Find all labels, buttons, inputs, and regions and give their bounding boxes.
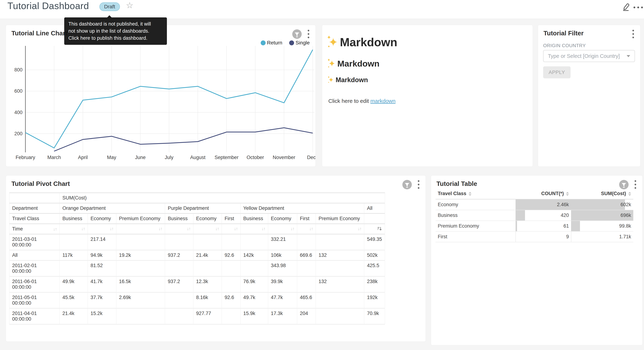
pivot-value-cell: 669.6 [297, 250, 316, 260]
sort-icon[interactable]: ↓↑ [358, 226, 361, 231]
pivot-sort-cell-active[interactable] [364, 224, 385, 234]
status-badge[interactable]: Draft [100, 2, 120, 11]
pivot-sort-cell[interactable]: ↓↑ [268, 224, 297, 234]
pivot-corner-cell [10, 193, 60, 203]
sparkles-icon: ✦ [328, 58, 336, 68]
svg-text:August: August [190, 155, 206, 160]
pivot-value-cell [222, 308, 240, 324]
pivot-value-cell [222, 234, 240, 250]
sort-icon[interactable]: ↓↑ [81, 226, 85, 231]
pivot-time-value: 2011-03-01 00:00:00 [10, 234, 60, 250]
sort-icon[interactable]: ↓↑ [262, 226, 265, 231]
pivot-value-cell: 81.52 [88, 260, 116, 276]
sort-icon[interactable]: ↓↑ [158, 226, 162, 231]
sort-carets-icon[interactable] [566, 192, 569, 196]
pivot-value-cell [316, 308, 364, 324]
count-cell: 9 [516, 232, 571, 242]
pivot-time-value: 2011-06-01 00:00:00 [10, 276, 60, 292]
sort-icon[interactable]: ↓↑ [110, 226, 114, 231]
filter-badge-icon[interactable] [402, 180, 412, 190]
travel-class-cell: First [436, 232, 516, 242]
pivot-subcolumn-header: First [297, 214, 316, 224]
apply-button[interactable]: APPLY [543, 66, 570, 78]
pivot-row: 2011-04-01 00:00:0021.4k15.2k927.7715.9k… [10, 308, 385, 324]
chart-kebab-menu-icon[interactable] [634, 180, 637, 190]
pivot-value-cell [165, 308, 194, 324]
pivot-value-cell: 21.4k [194, 250, 222, 260]
pivot-group-header: All [364, 203, 385, 214]
edit-pencil-icon[interactable] [622, 2, 630, 11]
line-chart-card: Tutorial Line Chart ReturnSingle 2004006… [6, 25, 316, 167]
sort-descending-icon[interactable] [377, 226, 382, 231]
pivot-sort-cell[interactable]: ↓↑ [316, 224, 364, 234]
pivot-value-cell: 142k [240, 250, 268, 260]
pivot-department-label: Department [10, 203, 60, 214]
filter-badge-icon[interactable] [619, 180, 629, 190]
filter-kebab-menu-icon[interactable] [632, 29, 635, 39]
favorite-star-icon[interactable]: ☆ [126, 1, 133, 10]
table-row[interactable]: Premium Economy6199.8k [436, 221, 633, 232]
table-header-travel-class[interactable]: Travel Class [436, 188, 516, 199]
pivot-chart-title: Tutorial Pivot Chart [12, 180, 70, 187]
table-header-sum-cost-[interactable]: SUM(Cost) [571, 188, 633, 199]
pivot-value-cell: 15.9k [240, 308, 268, 324]
pivot-value-cell [165, 234, 194, 250]
table-header-count-[interactable]: COUNT(*) [516, 188, 571, 199]
count-cell: 2.46k [516, 199, 571, 210]
table-row[interactable]: First91.71k [436, 232, 633, 242]
sort-icon[interactable]: ↓↑ [309, 226, 313, 231]
pivot-value-cell: 343.98 [268, 260, 297, 276]
pivot-value-cell: 217.14 [88, 234, 116, 250]
chart-kebab-menu-icon[interactable] [417, 180, 420, 190]
pivot-row: 2011-02-01 00:00:0081.52343.98425.5 [10, 260, 385, 276]
pivot-value-cell: 549.35 [364, 234, 385, 250]
pivot-row: 2011-03-01 00:00:00217.14332.21549.35 [10, 234, 385, 250]
pivot-subcolumn-header [364, 214, 385, 224]
pivot-value-cell [297, 234, 316, 250]
pivot-table[interactable]: SUM(Cost)DepartmentOrange DepartmentPurp… [9, 192, 385, 324]
pivot-sort-cell[interactable]: ↓↑ [60, 224, 88, 234]
pivot-value-cell: 502k [364, 250, 385, 260]
count-cell: 61 [516, 221, 571, 232]
more-options-icon[interactable] [634, 6, 643, 8]
sort-carets-icon[interactable] [468, 192, 472, 196]
pivot-value-cell [297, 260, 316, 276]
sort-icon[interactable]: ↓↑ [234, 226, 238, 231]
pivot-value-cell [116, 234, 165, 250]
filter-badge-icon[interactable] [292, 29, 302, 39]
tutorial-table-card: Tutorial Table Travel ClassCOUNT(*)SUM(C… [431, 175, 642, 345]
sort-icon[interactable]: ↓↑ [215, 226, 219, 231]
pivot-value-cell: 937.2 [165, 276, 194, 292]
origin-country-select[interactable]: Type or Select [Origin Country] [543, 50, 635, 62]
pivot-sort-cell[interactable]: ↓↑ [297, 224, 316, 234]
pivot-time-label[interactable]: Time↓↑ [10, 224, 60, 234]
pivot-sort-cell[interactable]: ↓↑ [240, 224, 268, 234]
pivot-sort-cell[interactable]: ↓↑ [194, 224, 222, 234]
pivot-travel-class-label: Travel Class [10, 214, 60, 224]
pivot-value-cell [240, 234, 268, 250]
pivot-sort-cell[interactable]: ↓↑ [222, 224, 240, 234]
sort-icon[interactable]: ↓↑ [187, 226, 190, 231]
chart-kebab-menu-icon[interactable] [307, 29, 310, 39]
pivot-time-value: 2011-02-01 00:00:00 [10, 260, 60, 276]
table-row[interactable]: Economy2.46k602k [436, 199, 633, 210]
svg-text:400: 400 [14, 110, 22, 115]
table-row[interactable]: Business420696k [436, 210, 633, 221]
data-table[interactable]: Travel ClassCOUNT(*)SUM(Cost)Economy2.46… [436, 188, 633, 242]
publish-tooltip[interactable]: This dashboard is not published, it will… [64, 18, 167, 45]
markdown-h2: ✦Markdown [328, 58, 526, 68]
line-chart-plot[interactable]: 200400600800FebruaryMarchAprilMayJuneJul… [6, 40, 316, 166]
pivot-value-cell: 92.6 [222, 292, 240, 308]
svg-text:April: April [78, 155, 88, 160]
pivot-subcolumn-header: Premium Economy [116, 214, 165, 224]
sort-carets-icon[interactable] [628, 192, 631, 196]
sort-icon[interactable]: ↓↑ [290, 226, 294, 231]
pivot-sort-cell[interactable]: ↓↑ [116, 224, 165, 234]
edit-markdown-link[interactable]: markdown [370, 98, 396, 104]
pivot-sort-cell[interactable]: ↓↑ [165, 224, 194, 234]
pivot-sort-cell[interactable]: ↓↑ [88, 224, 116, 234]
pivot-value-cell: 76.9k [240, 276, 268, 292]
pivot-value-cell: 132 [316, 250, 364, 260]
sort-icon[interactable]: ↓↑ [53, 226, 57, 232]
pivot-subcolumn-header: Premium Economy [316, 214, 364, 224]
